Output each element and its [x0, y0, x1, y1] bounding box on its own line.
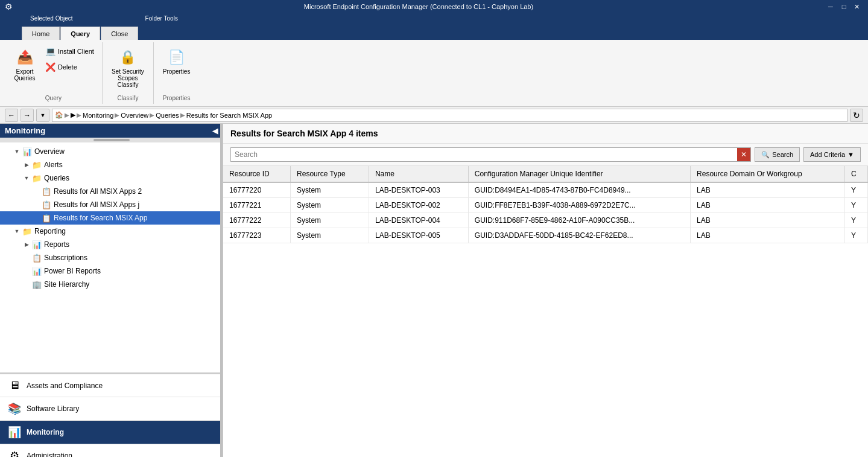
administration-label: Administration — [27, 452, 72, 457]
sidebar-title: Monitoring — [5, 126, 45, 135]
table-row[interactable]: 16777220 System LAB-DESKTOP-003 GUID:D84… — [223, 182, 868, 198]
sidebar-item-reporting[interactable]: ▼ 📁 Reporting — [0, 225, 223, 238]
power-bi-icon: 📊 — [31, 266, 42, 276]
cell-resource-domain: LAB — [691, 213, 845, 228]
expand-alerts[interactable]: ▶ — [22, 160, 31, 170]
ribbon-group-query: 📤 ExportQueries 💻 Install Client ❌ Delet… — [5, 42, 103, 104]
expand-overview[interactable]: ▼ — [12, 147, 22, 156]
ribbon: Selected Object Folder Tools Home Query … — [0, 13, 868, 107]
cell-resource-domain: LAB — [691, 198, 845, 213]
content-title: Results for Search MSIX App 4 items — [223, 124, 868, 144]
refresh-button[interactable]: ↻ — [850, 109, 863, 122]
dropdown-button[interactable]: ▼ — [36, 109, 49, 122]
expand-reports[interactable]: ▶ — [22, 240, 31, 249]
search-input[interactable] — [231, 148, 737, 161]
subscriptions-label: Subscriptions — [44, 254, 87, 262]
minimize-button[interactable]: ─ — [825, 2, 837, 11]
sidebar-item-results-all-j[interactable]: 📋 Results for All MSIX Apps j — [0, 198, 223, 211]
install-client-icon: 💻 — [45, 46, 55, 56]
bc-overview[interactable]: Overview — [121, 112, 148, 119]
sidebar-item-results-search[interactable]: 📋 Results for Search MSIX App — [0, 211, 223, 225]
properties-icon: 📄 — [167, 48, 186, 67]
col-resource-id[interactable]: Resource ID — [223, 166, 291, 182]
ribbon-tabs: Home Query Close — [0, 23, 868, 40]
sidebar-item-overview[interactable]: ▼ 📊 Overview — [0, 145, 223, 158]
results-search-label: Results for Search MSIX App — [54, 214, 147, 222]
export-queries-icon: 📤 — [15, 48, 34, 67]
titlebar-controls: ─ □ ✕ — [825, 2, 863, 11]
nav-administration[interactable]: ⚙ Administration — [0, 444, 223, 457]
table-row[interactable]: 16777221 System LAB-DESKTOP-002 GUID:FF8… — [223, 198, 868, 213]
sidebar-item-results-all-2[interactable]: 📋 Results for All MSIX Apps 2 — [0, 185, 223, 198]
properties-group-label: Properties — [159, 94, 195, 101]
sidebar-item-alerts[interactable]: ▶ 📁 Alerts — [0, 158, 223, 171]
delete-button[interactable]: ❌ Delete — [42, 60, 97, 74]
sidebar-item-site-hierarchy[interactable]: 🏢 Site Hierarchy — [0, 278, 223, 291]
table-row[interactable]: 16777223 System LAB-DESKTOP-005 GUID:D3A… — [223, 228, 868, 243]
cell-resource-id: 16777223 — [223, 228, 291, 243]
cell-resource-domain: LAB — [691, 182, 845, 198]
sidebar-resize-handle[interactable] — [220, 124, 223, 457]
sidebar-item-queries[interactable]: ▼ 📁 Queries — [0, 171, 223, 185]
cell-resource-type: System — [291, 228, 369, 243]
cell-col6: Y — [844, 228, 867, 243]
col-cm-guid[interactable]: Configuration Manager Unique Identifier — [468, 166, 690, 182]
monitoring-label: Monitoring — [27, 428, 64, 436]
nav-assets[interactable]: 🖥 Assets and Compliance — [0, 374, 223, 397]
add-criteria-button[interactable]: Add Criteria ▼ — [803, 147, 861, 162]
titlebar-title: Microsoft Endpoint Configuration Manager… — [304, 3, 533, 10]
sidebar-item-subscriptions[interactable]: 📋 Subscriptions — [0, 251, 223, 264]
classify-group-label: Classify — [107, 94, 148, 101]
set-security-scopes-button[interactable]: 🔒 Set SecurityScopesClassify — [107, 45, 148, 91]
cell-resource-type: System — [291, 182, 369, 198]
back-button[interactable]: ← — [5, 109, 18, 122]
set-security-scopes-icon: 🔒 — [118, 48, 138, 67]
overview-label: Overview — [34, 147, 65, 156]
expand-reporting[interactable]: ▼ — [12, 226, 22, 236]
maximize-button[interactable]: □ — [838, 2, 850, 11]
nav-monitoring[interactable]: 📊 Monitoring — [0, 420, 223, 444]
results-all-2-label: Results for All MSIX Apps 2 — [54, 187, 142, 196]
table-row[interactable]: 16777222 System LAB-DESKTOP-004 GUID:911… — [223, 213, 868, 228]
col-resource-domain[interactable]: Resource Domain Or Workgroup — [691, 166, 845, 182]
cell-col6: Y — [844, 182, 867, 198]
sidebar-item-power-bi[interactable]: 📊 Power BI Reports — [0, 264, 223, 278]
sidebar-item-reports[interactable]: ▶ 📊 Reports — [0, 238, 223, 251]
bc-sep-1: ▶ — [65, 112, 69, 118]
results-all-j-icon: 📋 — [41, 199, 52, 210]
bc-monitoring[interactable]: Monitoring — [83, 112, 113, 119]
tab-home[interactable]: Home — [22, 27, 60, 40]
properties-button[interactable]: 📄 Properties — [159, 45, 195, 78]
cell-cm-guid: GUID:D3ADDAFE-50DD-4185-BC42-EF62ED8... — [468, 228, 690, 243]
cell-resource-type: System — [291, 213, 369, 228]
search-clear-button[interactable]: ✕ — [737, 148, 750, 161]
col-resource-type[interactable]: Resource Type — [291, 166, 369, 182]
cell-cm-guid: GUID:D8494EA1-4D85-4743-87B0-FC4D8949... — [468, 182, 690, 198]
tab-query[interactable]: Query — [60, 27, 100, 40]
alerts-icon: 📁 — [31, 159, 42, 170]
query-group-label: Query — [10, 94, 97, 101]
col-name[interactable]: Name — [369, 166, 468, 182]
monitoring-icon: 📊 — [7, 426, 22, 439]
ribbon-content: 📤 ExportQueries 💻 Install Client ❌ Delet… — [0, 40, 868, 106]
bc-sep-1b: ▶ — [77, 112, 81, 118]
export-queries-button[interactable]: 📤 ExportQueries — [10, 45, 40, 85]
breadcrumb-bar: ← → ▼ 🏠 ▶ ▶ ▶ Monitoring ▶ Overview ▶ Qu… — [0, 107, 868, 124]
cell-resource-domain: LAB — [691, 228, 845, 243]
subscriptions-icon: 📋 — [31, 252, 42, 263]
cell-name: LAB-DESKTOP-003 — [369, 182, 468, 198]
close-button[interactable]: ✕ — [851, 2, 863, 11]
tab-close[interactable]: Close — [101, 27, 138, 40]
site-hierarchy-icon: 🏢 — [31, 279, 42, 290]
install-client-button[interactable]: 💻 Install Client — [42, 45, 97, 58]
software-library-icon: 📚 — [7, 402, 22, 415]
col-6[interactable]: C — [844, 166, 867, 182]
forward-button[interactable]: → — [21, 109, 34, 122]
search-button[interactable]: 🔍 Search — [755, 147, 800, 162]
sidebar-toggle-button[interactable]: ◀ — [212, 127, 218, 135]
ribbon-group-properties: 📄 Properties Properties — [154, 42, 200, 104]
bc-queries[interactable]: Queries — [156, 112, 179, 119]
titlebar: ⚙ Microsoft Endpoint Configuration Manag… — [0, 0, 868, 13]
nav-software-library[interactable]: 📚 Software Library — [0, 397, 223, 420]
expand-queries[interactable]: ▼ — [22, 173, 31, 183]
